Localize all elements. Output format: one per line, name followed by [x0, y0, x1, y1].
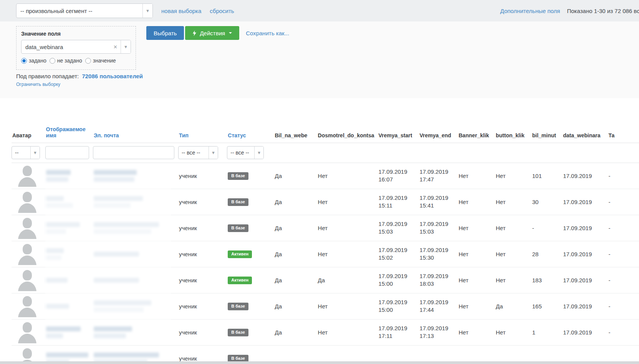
table-row[interactable]: ученикАктивенДаНет17.09.201915:0217.09.2… — [12, 241, 639, 267]
email-cell[interactable] — [93, 215, 178, 241]
button-klik-cell: Нет — [495, 267, 531, 293]
name-cell[interactable] — [45, 241, 93, 267]
radio-dot — [50, 58, 55, 64]
name-filter-input[interactable] — [45, 146, 89, 159]
rule-line: Под правило попадает: 72086 пользователе… — [16, 73, 143, 79]
field-select[interactable]: data_webinara ✕ ▼ — [21, 40, 131, 54]
table-header-row: Аватар Отображаемое имя Эл. почта Тип Ст… — [12, 115, 639, 143]
avatar-cell[interactable] — [12, 215, 45, 241]
vremya-start-cell: 17.09.201915:00 — [377, 267, 419, 293]
bil-minut-cell: 28 — [531, 241, 562, 267]
avatar-cell[interactable] — [12, 189, 45, 215]
new-selection-link[interactable]: новая выборка — [161, 8, 201, 14]
dosmotrel-cell: Да — [317, 267, 378, 293]
avatar-placeholder-icon[interactable] — [18, 295, 37, 317]
blurred-line — [94, 326, 132, 331]
col-email[interactable]: Эл. почта — [93, 115, 178, 143]
avatar-placeholder-icon[interactable] — [18, 321, 37, 343]
avatar-placeholder-icon[interactable] — [18, 217, 37, 239]
bil-minut-cell: 101 — [531, 163, 562, 189]
col-avatar: Аватар — [12, 115, 45, 143]
chevron-down-icon: ▼ — [121, 40, 131, 53]
avatar-filter-select[interactable]: -- ▼ — [12, 146, 40, 159]
avatar-placeholder-icon[interactable] — [18, 191, 37, 213]
banner-klik-cell: Нет — [458, 163, 495, 189]
col-bil-minut: bil_minut — [531, 115, 562, 143]
blurred-line — [94, 278, 139, 283]
name-cell[interactable] — [45, 319, 93, 345]
dosmotrel-cell: Нет — [317, 293, 378, 319]
table-row[interactable]: ученикВ базеДаНет17.09.201917:1117.09.20… — [12, 319, 639, 345]
name-cell[interactable] — [45, 293, 93, 319]
email-cell[interactable] — [93, 189, 178, 215]
blurred-line — [94, 252, 139, 257]
col-data-webinara: data_webinara — [562, 115, 608, 143]
radio-ne-zadano[interactable]: не задано — [50, 58, 82, 64]
email-cell[interactable] — [93, 267, 178, 293]
table-row[interactable]: ученикВ базеДаНет17.09.201916:0717.09.20… — [12, 163, 639, 189]
blurred-text — [94, 300, 176, 312]
button-klik-cell: Да — [495, 293, 531, 319]
avatar-cell[interactable] — [12, 319, 45, 345]
status-cell: В базе — [227, 189, 274, 215]
avatar-placeholder-icon[interactable] — [18, 243, 37, 265]
horizontal-scrollbar[interactable] — [0, 361, 639, 364]
email-filter-input[interactable] — [93, 146, 174, 159]
vremya-start-cell: 17.09.201917:11 — [377, 319, 419, 345]
col-display-name[interactable]: Отображаемое имя — [45, 115, 93, 143]
banner-klik-cell: Нет — [458, 267, 495, 293]
table-row[interactable]: ученикВ базеДаНет17.09.201915:1117.09.20… — [12, 189, 639, 215]
additional-fields-link[interactable]: Дополнительные поля — [500, 8, 560, 14]
avatar-placeholder-icon[interactable] — [18, 269, 37, 291]
reset-link[interactable]: сбросить — [210, 8, 234, 14]
rule-count-link[interactable]: 72086 пользователей — [82, 73, 143, 79]
banner-klik-cell: Нет — [458, 293, 495, 319]
blurred-line — [46, 222, 80, 227]
actions-row: Выбрать Действия Сохранить как... — [146, 26, 289, 40]
status-badge: В базе — [228, 172, 248, 180]
clear-icon[interactable]: ✕ — [110, 44, 121, 50]
radio-dot — [85, 58, 91, 64]
type-cell: ученик — [178, 267, 227, 293]
email-cell[interactable] — [93, 241, 178, 267]
table-row[interactable]: ученикВ базеДаНет17.09.201915:0017.09.20… — [12, 293, 639, 319]
avatar-cell[interactable] — [12, 267, 45, 293]
chevron-down-icon: ▼ — [142, 4, 152, 18]
select-button[interactable]: Выбрать — [146, 26, 184, 40]
chevron-down-icon: ▼ — [254, 147, 263, 159]
bil-na-webe-cell: Да — [274, 241, 317, 267]
limit-selection-link[interactable]: Ограничить выборку — [16, 82, 60, 87]
email-cell[interactable] — [93, 319, 178, 345]
type-filter-select[interactable]: -- все -- ▼ — [178, 146, 218, 159]
status-filter-select[interactable]: -- все -- ▼ — [227, 146, 264, 159]
table-row[interactable]: ученикАктивенДаДа17.09.201915:0017.09.20… — [12, 267, 639, 293]
avatar-placeholder-icon[interactable] — [18, 165, 37, 187]
banner-klik-cell: Нет — [458, 215, 495, 241]
status-badge: Активен — [228, 250, 252, 258]
name-cell[interactable] — [45, 267, 93, 293]
status-badge: В базе — [228, 303, 248, 310]
avatar-cell[interactable] — [12, 241, 45, 267]
blurred-line — [46, 196, 64, 201]
col-type[interactable]: Тип — [178, 115, 227, 143]
name-cell[interactable] — [45, 215, 93, 241]
email-cell[interactable] — [93, 163, 178, 189]
status-cell: В базе — [227, 293, 274, 319]
avatar-cell[interactable] — [12, 293, 45, 319]
blurred-line — [46, 177, 68, 182]
email-cell[interactable] — [93, 293, 178, 319]
save-as-link[interactable]: Сохранить как... — [246, 30, 289, 36]
col-status[interactable]: Статус — [227, 115, 274, 143]
radio-znachenie[interactable]: значение — [85, 58, 116, 64]
name-cell[interactable] — [45, 163, 93, 189]
actions-button[interactable]: Действия — [185, 26, 239, 40]
status-badge: В базе — [228, 329, 248, 336]
blurred-text — [94, 196, 176, 208]
segment-select[interactable]: -- произвольный сегмент -- ▼ — [16, 3, 153, 18]
avatar-cell[interactable] — [12, 163, 45, 189]
type-cell: ученик — [178, 189, 227, 215]
table-row[interactable]: ученикВ базеДаНет17.09.201915:0317.09.20… — [12, 215, 639, 241]
name-cell[interactable] — [45, 189, 93, 215]
status-badge: В базе — [228, 224, 248, 232]
radio-zadano[interactable]: задано — [21, 58, 46, 64]
